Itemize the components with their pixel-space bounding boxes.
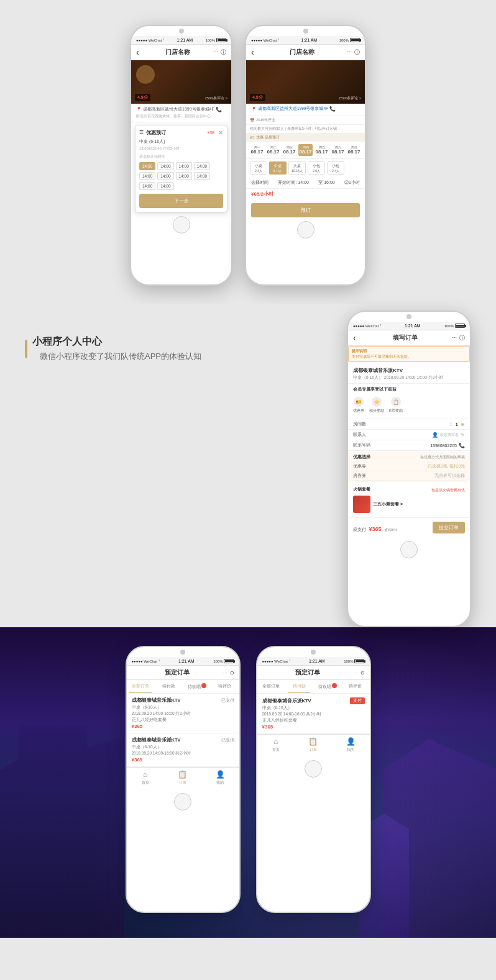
nav-profile-4[interactable]: 👤 我的 [201, 770, 239, 786]
settings-icon-4[interactable]: ··· [223, 670, 227, 676]
nav-orders-4[interactable]: 📋 订单 [164, 770, 201, 786]
more-icon-1[interactable]: ··· [213, 48, 218, 57]
tab-pending-sing[interactable]: 待欢唱 [183, 680, 211, 693]
time-slot-2[interactable]: 14:00 [157, 162, 173, 170]
info-icon-2[interactable]: ⓘ [354, 48, 360, 57]
target-icon-5[interactable]: ⊙ [361, 670, 365, 676]
time-slot-8[interactable]: 14:00 [194, 172, 210, 180]
time-select-row: 选择时间 开始时间: 14:00 至 16:00 ②2小时 [246, 177, 365, 189]
nav-bar-1: ‹ 门店名称 ··· ⓘ [131, 45, 231, 60]
open-desc: 包间最大可容纳30人 | 免费停车3小时 | 可以外订火锅 [246, 125, 365, 134]
date-cell-6[interactable]: 周六 08.17 [331, 144, 345, 156]
people-small-room[interactable]: 小包 2-6人 [308, 161, 325, 175]
address-sub-1: 附近的百花西路烧烤、徒手、新国际会议中心 [136, 114, 226, 119]
book-button[interactable]: 预订 [251, 203, 360, 217]
bottom-phones: ●●●●● WeChat ᵀ 1:21 AM 100% 预定订单 ··· ⊙ 全… [107, 627, 390, 938]
time-slot-6[interactable]: 14:00 [157, 172, 173, 180]
nav-orders-5[interactable]: 📋 订单 [295, 737, 332, 753]
time-3: 1:21 AM [405, 324, 421, 328]
date-cell-5[interactable]: 周五 08.17 [315, 144, 329, 156]
people-row[interactable]: 小桌 2-4人 中桌 6-10人 大桌 10-15人 小包 2-6人 小包 2-… [246, 159, 365, 177]
time-slot-active-1[interactable]: 14:00 [139, 162, 155, 170]
tab-pending-review-5[interactable]: 待评价 [341, 680, 369, 693]
back-btn-3[interactable]: ‹ [353, 333, 356, 343]
tab-pending-pay-5[interactable]: 待付款 [285, 680, 313, 693]
order-tabs-5[interactable]: 全部订单 待付款 待欢唱 待评价 [257, 680, 370, 694]
phone-call-icon[interactable]: 📞 [459, 443, 465, 448]
hotpot-item[interactable]: 三五小聚套餐 > [353, 496, 465, 513]
people-small-room-2[interactable]: 小包 2-4人 [327, 161, 344, 175]
order-date-1: 2018.09.20 14:00-16:00 共2小时 [132, 711, 234, 717]
room-decrease[interactable]: ① [449, 422, 453, 427]
info-icon-3[interactable]: ⓘ [459, 334, 465, 342]
order-store-name: 成都银泰城音乐派KTV [353, 367, 465, 374]
tab-pending-sing-5[interactable]: 待欢唱 [313, 680, 341, 693]
tab-pending-review[interactable]: 待评价 [211, 680, 239, 693]
nav-icons-1: ··· ⓘ [213, 48, 226, 57]
time-slot-5[interactable]: 14:00 [139, 172, 155, 180]
tab-all-orders[interactable]: 全部订单 [127, 680, 155, 693]
contact-field[interactable]: 联系人 👤 欢迎填写名 ✎ [348, 430, 470, 440]
time-slot-7[interactable]: 14:00 [176, 172, 192, 180]
order-people-5-1: 中桌（6-10人） [262, 706, 365, 711]
target-icon-4[interactable]: ⊙ [230, 670, 234, 676]
submit-button[interactable]: 提交订单 [433, 522, 465, 533]
nav-home-label-5: 首页 [272, 747, 280, 753]
nav-home-4[interactable]: ⌂ 首页 [127, 770, 164, 786]
date-cell-3[interactable]: 周三 08.17 [282, 144, 296, 156]
carrier-4: ●●●●● WeChat ᵀ [132, 659, 160, 663]
section-middle-text: 小程序个人中心 微信小程序改变了我们队传统APP的体验认知 [25, 323, 201, 367]
people-large[interactable]: 大桌 10-15人 [288, 161, 306, 175]
contact-edit-icon[interactable]: ✎ [461, 432, 465, 438]
coins-label: K币奖励 [389, 408, 403, 414]
coupon-row[interactable]: 优惠券 已选择1张, 抵扣0元 [353, 462, 465, 471]
more-icon-2[interactable]: ··· [347, 48, 352, 57]
home-btn-5[interactable] [305, 760, 322, 778]
coupon-sub-value: 已选择1张, 抵扣0元 [428, 464, 465, 470]
status-bar-4: ●●●●● WeChat ᵀ 1:21 AM 100% [127, 657, 239, 666]
nav-home-5[interactable]: ⌂ 首页 [257, 737, 295, 753]
order-tabs-4[interactable]: 全部订单 待付款 待欢唱 待评价 [127, 680, 239, 694]
room-increase[interactable]: ⊕ [461, 422, 465, 427]
phone-icon-2[interactable]: 📞 [329, 106, 336, 112]
voucher-row[interactable]: 房券券 无房券可供选择 [353, 471, 465, 481]
sing-badge [201, 683, 206, 688]
time-slot-4[interactable]: 14:00 [194, 162, 210, 170]
home-btn-3[interactable] [400, 541, 418, 558]
order-store-section: 成都银泰城音乐派KTV 中桌（6-10人） 2018.09.20 14:00-1… [348, 365, 470, 384]
home-btn-4[interactable] [174, 793, 191, 810]
back-btn-1[interactable]: ‹ [136, 47, 139, 57]
back-btn-2[interactable]: ‹ [251, 47, 254, 57]
time-5: 1:21 AM [309, 659, 325, 663]
address-text-2: 成都高新区益州大道1999号银泰城4F [258, 106, 328, 112]
voucher-value: 无房券可供选择 [434, 473, 465, 479]
date-cell-2[interactable]: 周二 08.17 [266, 144, 280, 156]
time-slot-3[interactable]: 14:00 [176, 162, 192, 170]
date-row[interactable]: 周一 08.17 周二 08.17 周三 08.17 周四 08.17 周五 0… [246, 142, 365, 159]
phone-camera-3 [406, 314, 411, 319]
settings-icon-5[interactable]: ··· [354, 670, 358, 676]
phone-icon-1[interactable]: 📞 [216, 107, 222, 112]
order-price-1: ¥365 [132, 724, 234, 729]
date-cell-4-active[interactable]: 周四 08.17 [298, 144, 313, 156]
more-icon-3[interactable]: ··· [452, 334, 457, 342]
time-slots-row3: 14:00 14:00 [139, 182, 223, 190]
time-slot-9[interactable]: 14:00 [139, 182, 155, 190]
people-small-1[interactable]: 小桌 2-4人 [250, 161, 267, 175]
benefits-title: 会员专属享受以下权益 [353, 386, 465, 392]
points-icon: ⭐ [372, 397, 382, 407]
nav-profile-5[interactable]: 👤 我的 [332, 737, 369, 753]
order-status-5-1[interactable]: 支付 [350, 697, 365, 704]
next-button-1[interactable]: 下一步 [139, 194, 223, 208]
date-cell-7[interactable]: 周日 08.17 [347, 144, 361, 156]
people-mid-active[interactable]: 中桌 6-10人 [269, 161, 287, 175]
home-btn-1[interactable] [173, 216, 190, 234]
info-icon-1[interactable]: ⓘ [221, 48, 226, 57]
time-slot-10[interactable]: 14:00 [157, 182, 173, 190]
tab-all-orders-5[interactable]: 全部订单 [257, 680, 285, 693]
popup-close-1[interactable]: ✕ [218, 129, 223, 136]
date-cell-1[interactable]: 周一 08.17 [250, 144, 264, 156]
home-btn-2[interactable] [297, 221, 315, 238]
time-1: 1:21 AM [177, 38, 193, 42]
tab-pending-pay[interactable]: 待付款 [155, 680, 183, 693]
